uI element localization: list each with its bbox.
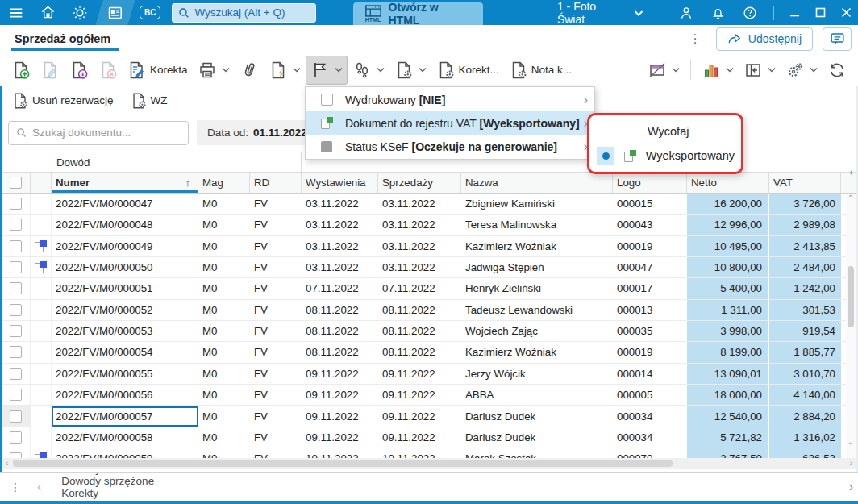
cell-mag[interactable]: M0 bbox=[198, 448, 250, 458]
cell-vat[interactable]: 2 413,85 bbox=[769, 236, 841, 256]
column-header-vat[interactable]: VAT bbox=[769, 173, 841, 193]
cell-wystawienia[interactable]: 08.11.2022 bbox=[302, 300, 378, 320]
row-checkbox[interactable] bbox=[10, 304, 22, 316]
cell-vat[interactable]: 2 884,20 bbox=[769, 406, 841, 426]
table-row[interactable]: 2022/FV/M0/000051 M0 FV 07.11.2022 07.11… bbox=[2, 278, 856, 299]
cell-numer[interactable]: 2022/FV/M0/000058 bbox=[52, 427, 198, 448]
cell-mag[interactable]: M0 bbox=[198, 300, 250, 320]
cell-mag[interactable]: M0 bbox=[198, 236, 250, 256]
cell-sprzedazy[interactable]: 03.11.2022 bbox=[378, 215, 461, 235]
tab-dowody-sprz-one[interactable]: Dowody sprzężone bbox=[61, 475, 160, 487]
open-in-html-button[interactable]: HTML Otwórz w HTML bbox=[353, 2, 483, 25]
column-header-mag[interactable]: Mag bbox=[198, 173, 250, 193]
document-search-input[interactable] bbox=[32, 127, 169, 139]
cell-wystawienia[interactable]: 08.11.2022 bbox=[302, 342, 378, 362]
cell-logo[interactable]: 000035 bbox=[613, 321, 687, 341]
cell-wystawienia[interactable]: 03.11.2022 bbox=[302, 194, 378, 214]
cell-netto[interactable]: 12 540,00 bbox=[687, 406, 769, 426]
cell-nazwa[interactable]: Tadeusz Lewandowski bbox=[461, 300, 613, 320]
cell-wystawienia[interactable]: 09.11.2022 bbox=[302, 385, 378, 405]
help-icon[interactable] bbox=[735, 0, 765, 25]
cell-vat[interactable]: 3 726,00 bbox=[769, 194, 841, 214]
submenu-item[interactable]: Wyeksportowany bbox=[589, 144, 741, 168]
cell-logo[interactable]: 000014 bbox=[613, 364, 687, 384]
usun-rezerwacje-button[interactable]: Usuń rezerwację bbox=[6, 86, 119, 115]
cell-rd[interactable]: FV bbox=[250, 448, 302, 458]
cell-logo[interactable]: 000043 bbox=[613, 215, 687, 235]
cell-nazwa[interactable]: Kazimierz Woźniak bbox=[461, 342, 613, 362]
edit-document-button[interactable] bbox=[35, 56, 65, 85]
cell-numer[interactable]: 2022/FV/M0/000050 bbox=[52, 257, 198, 277]
cell-netto[interactable]: 8 199,00 bbox=[687, 342, 769, 362]
cell-wystawienia[interactable]: 09.11.2022 bbox=[302, 364, 378, 384]
cell-wystawienia[interactable]: 03.11.2022 bbox=[302, 236, 378, 256]
cell-mag[interactable]: M0 bbox=[198, 278, 250, 298]
print-button[interactable] bbox=[193, 56, 235, 85]
table-row[interactable]: 2022/FV/M0/000058 M0 FV 09.11.2022 09.11… bbox=[2, 427, 856, 448]
menu-item[interactable]: Wydrukowany [NIE]› bbox=[306, 88, 594, 111]
row-checkbox[interactable] bbox=[10, 198, 22, 210]
cell-logo[interactable]: 000017 bbox=[613, 278, 687, 298]
cell-numer[interactable]: 2022/FV/M0/000054 bbox=[52, 342, 198, 362]
tabs-more-icon[interactable]: ⋮ bbox=[0, 481, 31, 494]
more-options-icon[interactable]: ⋮ bbox=[685, 31, 706, 46]
date-from-filter[interactable]: Data od: 01.11.2022 bbox=[197, 120, 318, 145]
cell-sprzedazy[interactable]: 08.11.2022 bbox=[378, 321, 461, 341]
cell-numer[interactable]: 2022/FV/M0/000059 bbox=[52, 448, 198, 458]
cell-numer[interactable]: 2022/FV/M0/000049 bbox=[52, 236, 198, 256]
column-header-numer[interactable]: Numer↑ bbox=[52, 173, 198, 193]
menu-item[interactable]: Dokument do rejestru VAT [Wyeksportowany… bbox=[306, 111, 594, 135]
column-header-rd[interactable]: RD bbox=[250, 173, 302, 193]
cell-numer[interactable]: 2022/FV/M0/000057 bbox=[52, 406, 198, 426]
refresh-button[interactable] bbox=[823, 56, 852, 85]
cell-vat[interactable]: 2 484,00 bbox=[769, 257, 841, 277]
cell-mag[interactable]: M0 bbox=[198, 427, 250, 448]
tabs-scroll-left-icon[interactable]: ‹ bbox=[31, 480, 48, 494]
cell-netto[interactable]: 2 767,50 bbox=[687, 448, 769, 458]
cell-rd[interactable]: FV bbox=[250, 342, 302, 362]
cell-vat[interactable]: 1 316,02 bbox=[769, 427, 841, 448]
cell-netto[interactable]: 18 000,00 bbox=[687, 385, 769, 405]
cell-mag[interactable]: M0 bbox=[198, 385, 250, 405]
company-selector[interactable]: 1 - Foto Świat bbox=[557, 0, 644, 26]
cell-vat[interactable]: 301,53 bbox=[769, 300, 841, 320]
cell-vat[interactable]: 2 989,08 bbox=[769, 215, 841, 235]
row-checkbox[interactable] bbox=[10, 346, 22, 358]
column-header-nazwa[interactable]: Nazwa bbox=[461, 173, 613, 193]
korekta-button[interactable]: Korekta bbox=[123, 56, 193, 85]
cell-logo[interactable]: 000019 bbox=[613, 236, 687, 256]
add-document-button[interactable] bbox=[6, 56, 35, 85]
document-search[interactable] bbox=[8, 121, 189, 145]
cell-nazwa[interactable]: Dariusz Dudek bbox=[461, 406, 613, 426]
column-header-wystawienia[interactable]: Wystawienia bbox=[302, 173, 378, 193]
document-actions-button[interactable] bbox=[264, 56, 306, 85]
notifications-bell-icon[interactable] bbox=[703, 0, 733, 25]
tabs-scroll-right-icon[interactable]: › bbox=[844, 480, 858, 494]
cell-sprzedazy[interactable]: 07.11.2022 bbox=[378, 278, 461, 298]
cell-sprzedazy[interactable]: 03.11.2022 bbox=[378, 257, 461, 277]
table-row[interactable]: 2022/FV/M0/000048 M0 FV 03.11.2022 03.11… bbox=[2, 215, 856, 235]
maximize-button[interactable] bbox=[808, 0, 832, 25]
global-search-input[interactable] bbox=[194, 6, 307, 19]
sun-icon[interactable] bbox=[64, 0, 96, 25]
hamburger-menu-icon[interactable] bbox=[0, 0, 32, 25]
cell-sprzedazy[interactable]: 09.11.2022 bbox=[378, 406, 461, 426]
analysis-chart-button[interactable] bbox=[697, 56, 739, 85]
audit-trail-button[interactable] bbox=[348, 56, 389, 85]
cell-logo[interactable]: 000015 bbox=[613, 194, 687, 214]
row-checkbox[interactable] bbox=[10, 261, 22, 273]
bc-badge[interactable]: BC bbox=[140, 6, 160, 19]
cell-netto[interactable]: 1 311,00 bbox=[687, 300, 769, 320]
cell-sprzedazy[interactable]: 10.11.2022 bbox=[378, 448, 461, 458]
delete-document-button[interactable] bbox=[94, 56, 123, 85]
tab-korekty[interactable]: Korekty bbox=[61, 487, 160, 499]
cell-numer[interactable]: 2022/FV/M0/000048 bbox=[52, 215, 198, 235]
chat-button[interactable] bbox=[823, 27, 852, 51]
row-checkbox[interactable] bbox=[10, 240, 22, 252]
cell-netto[interactable]: 3 998,00 bbox=[687, 321, 769, 341]
cell-logo[interactable]: 000013 bbox=[613, 300, 687, 320]
cell-rd[interactable]: FV bbox=[250, 215, 302, 235]
minimize-button[interactable] bbox=[782, 0, 806, 25]
table-row[interactable]: 2022/FV/M0/000056 M0 FV 09.11.2022 09.11… bbox=[2, 385, 856, 406]
table-row[interactable]: 2022/FV/M0/000049 M0 FV 03.11.2022 03.11… bbox=[2, 236, 856, 257]
